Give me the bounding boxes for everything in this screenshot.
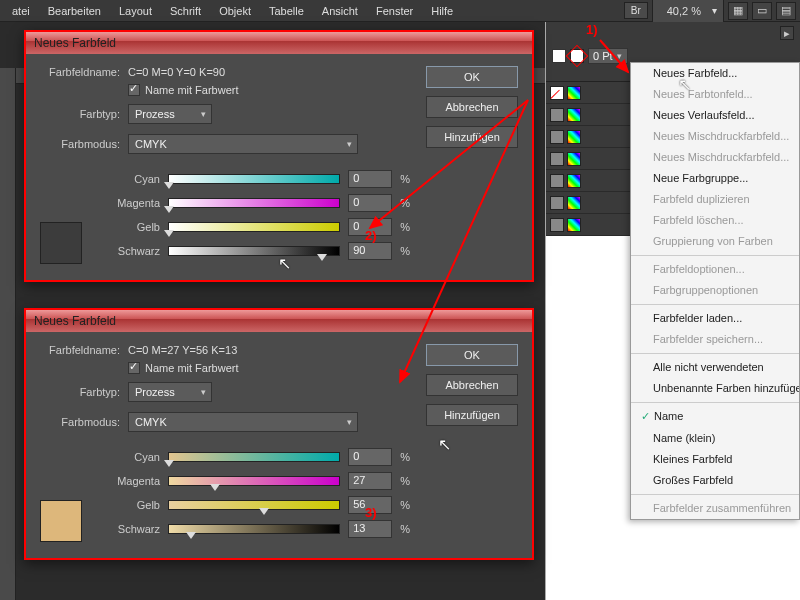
ok-button[interactable]: OK <box>426 344 518 366</box>
flyout-item[interactable]: Farbfelder laden... <box>631 308 799 329</box>
flyout-item[interactable]: Name (klein) <box>631 428 799 449</box>
flyout-item[interactable]: Unbenannte Farben hinzufügen <box>631 378 799 399</box>
pct-label: % <box>400 523 410 535</box>
color-mode-select[interactable]: CMYK <box>128 134 358 154</box>
color-mode-value: CMYK <box>135 416 167 428</box>
flyout-item[interactable]: Kleines Farbfeld <box>631 449 799 470</box>
menu-separator <box>631 353 799 354</box>
color-type-value: Prozess <box>135 386 175 398</box>
menu-hilfe[interactable]: Hilfe <box>423 2 461 20</box>
cyan-input[interactable]: 0 <box>348 448 392 466</box>
fill-proxy-icon[interactable] <box>552 49 566 63</box>
swatch-row[interactable] <box>546 192 632 214</box>
black-label: Schwarz <box>94 523 160 535</box>
none-swatch-icon <box>550 86 564 100</box>
name-with-value-checkbox[interactable]: Name mit Farbwert <box>128 362 410 374</box>
flyout-item[interactable]: Alle nicht verwendeten <box>631 357 799 378</box>
panels-area: ▸ 0 Pt Neues Farbfeld...Neues Farbtonfel… <box>545 22 800 600</box>
magenta-slider[interactable] <box>168 198 340 208</box>
cyan-slider[interactable] <box>168 174 340 184</box>
pct-label: % <box>400 197 410 209</box>
cmyk-icon <box>567 218 581 232</box>
black-slider[interactable] <box>168 524 340 534</box>
swatch-row[interactable] <box>546 104 632 126</box>
yellow-slider[interactable] <box>168 222 340 232</box>
bridge-button[interactable]: Br <box>624 2 648 19</box>
add-button[interactable]: Hinzufügen <box>426 404 518 426</box>
ok-button[interactable]: OK <box>426 66 518 88</box>
flyout-item: Neues Mischdruckfarbfeld... <box>631 147 799 168</box>
swatch-row[interactable] <box>546 214 632 236</box>
color-preview <box>40 500 82 542</box>
stroke-proxy-icon[interactable] <box>570 49 584 63</box>
checkbox-label: Name mit Farbwert <box>145 362 239 374</box>
new-swatch-dialog-1: Neues Farbfeld Farbfeldname:C=0 M=0 Y=0 … <box>24 30 534 282</box>
cmyk-icon <box>567 196 581 210</box>
view-options-icon[interactable]: ▦ <box>728 2 748 20</box>
dialog-title: Neues Farbfeld <box>26 32 532 54</box>
flyout-item: Farbfeld löschen... <box>631 210 799 231</box>
flyout-item[interactable]: Neues Farbfeld... <box>631 63 799 84</box>
zoom-value: 40,2 % <box>659 2 709 20</box>
magenta-input[interactable]: 0 <box>348 194 392 212</box>
swatches-flyout-menu: Neues Farbfeld...Neues Farbtonfeld...Neu… <box>630 62 800 520</box>
color-type-label: Farbtyp: <box>40 386 120 398</box>
annotation-3: 3) <box>365 505 377 520</box>
pct-label: % <box>400 499 410 511</box>
black-input[interactable]: 90 <box>348 242 392 260</box>
arrange-icon[interactable]: ▤ <box>776 2 796 20</box>
swatch-row[interactable] <box>546 82 632 104</box>
stroke-weight[interactable]: 0 Pt <box>588 48 628 64</box>
menu-layout[interactable]: Layout <box>111 2 160 20</box>
menu-datei[interactable]: atei <box>4 2 38 20</box>
name-with-value-checkbox[interactable]: Name mit Farbwert <box>128 84 410 96</box>
cyan-input[interactable]: 0 <box>348 170 392 188</box>
menu-schrift[interactable]: Schrift <box>162 2 209 20</box>
menu-separator <box>631 255 799 256</box>
color-mode-select[interactable]: CMYK <box>128 412 358 432</box>
screen-mode-icon[interactable]: ▭ <box>752 2 772 20</box>
zoom-level[interactable]: 40,2 % ▾ <box>652 0 724 23</box>
magenta-slider[interactable] <box>168 476 340 486</box>
checkbox-icon <box>128 362 140 374</box>
menu-objekt[interactable]: Objekt <box>211 2 259 20</box>
swatch-icon <box>550 152 564 166</box>
cyan-slider[interactable] <box>168 452 340 462</box>
panel-flyout-icon[interactable]: ▸ <box>780 26 794 40</box>
flyout-item[interactable]: Großes Farbfeld <box>631 470 799 491</box>
swatch-icon <box>550 196 564 210</box>
swatch-icon <box>550 108 564 122</box>
menu-bearbeiten[interactable]: Bearbeiten <box>40 2 109 20</box>
menu-ansicht[interactable]: Ansicht <box>314 2 366 20</box>
menu-fenster[interactable]: Fenster <box>368 2 421 20</box>
new-swatch-dialog-2: Neues Farbfeld Farbfeldname:C=0 M=27 Y=5… <box>24 308 534 560</box>
swatch-row[interactable] <box>546 126 632 148</box>
add-button[interactable]: Hinzufügen <box>426 126 518 148</box>
stroke-value: 0 Pt <box>593 50 613 62</box>
color-mode-label: Farbmodus: <box>40 416 120 428</box>
cursor-icon: ↖ <box>438 435 451 454</box>
cancel-button[interactable]: Abbrechen <box>426 96 518 118</box>
registration-swatch-icon <box>567 86 581 100</box>
pct-label: % <box>400 451 410 463</box>
color-mode-label: Farbmodus: <box>40 138 120 150</box>
flyout-item[interactable]: Neue Farbgruppe... <box>631 168 799 189</box>
flyout-item[interactable]: Name <box>631 406 799 428</box>
swatch-name-label: Farbfeldname: <box>40 344 120 356</box>
color-mode-value: CMYK <box>135 138 167 150</box>
color-type-select[interactable]: Prozess <box>128 382 212 402</box>
cyan-label: Cyan <box>94 451 160 463</box>
swatch-row[interactable] <box>546 170 632 192</box>
black-input[interactable]: 13 <box>348 520 392 538</box>
annotation-2: 2) <box>365 228 377 243</box>
menu-tabelle[interactable]: Tabelle <box>261 2 312 20</box>
color-type-select[interactable]: Prozess <box>128 104 212 124</box>
menu-separator <box>631 304 799 305</box>
magenta-label: Magenta <box>94 475 160 487</box>
cancel-button[interactable]: Abbrechen <box>426 374 518 396</box>
black-slider[interactable] <box>168 246 340 256</box>
flyout-item[interactable]: Neues Verlaufsfeld... <box>631 105 799 126</box>
swatch-row[interactable] <box>546 148 632 170</box>
magenta-input[interactable]: 27 <box>348 472 392 490</box>
yellow-slider[interactable] <box>168 500 340 510</box>
